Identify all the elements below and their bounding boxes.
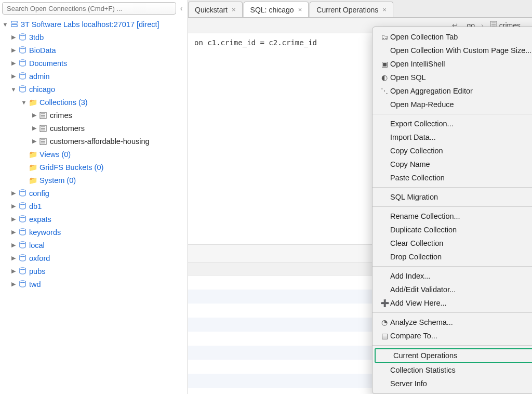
svg-point-2: [19, 34, 25, 36]
menu-drop-collection[interactable]: Drop Collection⌫: [373, 250, 532, 264]
menu-copy-name[interactable]: Copy Name⌥⌘C: [373, 157, 532, 171]
connection-root[interactable]: ▼ 3T Software Labs localhost:27017 [dire…: [0, 18, 188, 31]
database-icon: [18, 202, 27, 210]
menu-analyze-schema[interactable]: ◔Analyze Schema...: [373, 316, 532, 329]
menu-current-operations[interactable]: Current Operations: [375, 348, 532, 363]
chevron-right-icon[interactable]: ▶: [10, 47, 17, 54]
db-db1[interactable]: ▶db1: [0, 200, 188, 213]
menu-add-view-here[interactable]: ➕Add View Here...: [373, 296, 532, 310]
chevron-right-icon[interactable]: ▶: [10, 73, 17, 80]
tab-quickstart[interactable]: Quickstart×: [188, 2, 243, 17]
menu-label: Rename Collection...: [390, 212, 532, 220]
db-config[interactable]: ▶config: [0, 187, 188, 200]
db-keywords[interactable]: ▶keywords: [0, 226, 188, 239]
db-label: config: [29, 189, 49, 198]
menu-label: SQL Migration: [390, 193, 532, 201]
menu-rename-collection[interactable]: Rename Collection...: [373, 209, 532, 223]
menu-collection-statistics[interactable]: Collection Statistics: [373, 363, 532, 377]
chevron-right-icon[interactable]: ▶: [10, 190, 17, 196]
menu-export-collection[interactable]: Export Collection...: [373, 117, 532, 130]
db-label: db1: [29, 202, 42, 211]
collection-customers[interactable]: ▶customers: [0, 122, 188, 135]
chevron-right-icon[interactable]: ▶: [10, 242, 17, 248]
db-3tdb[interactable]: ▶3tdb: [0, 31, 188, 44]
folder-icon: 📁: [28, 150, 37, 159]
menu-duplicate-collection[interactable]: Duplicate Collection: [373, 223, 532, 237]
db-local[interactable]: ▶local: [0, 239, 188, 252]
menu-compare-to[interactable]: ▤Compare To...: [373, 329, 532, 343]
db-chicago[interactable]: ▼ chicago: [0, 83, 188, 96]
menu-icon: ◐: [379, 73, 390, 82]
svg-point-4: [19, 60, 25, 62]
db-Documents[interactable]: ▶Documents: [0, 57, 188, 70]
menu-open-collection-with-custom-page-size[interactable]: Open Collection With Custom Page Size...: [373, 44, 532, 57]
menu-open-aggregation-editor[interactable]: ⋱Open Aggregation EditorF4: [373, 84, 532, 98]
database-icon: [18, 267, 27, 275]
db-label: keywords: [29, 228, 61, 237]
menu-icon: ➕: [379, 299, 390, 307]
db-expats[interactable]: ▶expats: [0, 213, 188, 226]
menu-open-collection-tab[interactable]: 🗂Open Collection Tab↩: [373, 30, 532, 44]
chevron-down-icon[interactable]: ▼: [2, 21, 8, 28]
chevron-right-icon[interactable]: ▶: [10, 255, 17, 261]
menu-paste-collection[interactable]: Paste Collection⌘V: [373, 171, 532, 185]
tab-current-operations[interactable]: Current Operations×: [310, 2, 393, 17]
db-pubs[interactable]: ▶pubs: [0, 265, 188, 278]
collection-label: crimes: [50, 111, 72, 120]
database-icon: [18, 280, 27, 288]
collapse-sidebar-icon[interactable]: ‹: [178, 4, 184, 12]
close-icon[interactable]: ×: [382, 6, 387, 14]
db-admin[interactable]: ▶admin: [0, 70, 188, 83]
menu-import-data[interactable]: Import Data...: [373, 130, 532, 144]
chevron-down-icon[interactable]: ▼: [10, 86, 17, 93]
menu-copy-collection[interactable]: Copy Collection⌘C: [373, 144, 532, 157]
chevron-right-icon[interactable]: ▶: [10, 203, 17, 209]
chevron-right-icon[interactable]: ▶: [10, 216, 17, 222]
menu-server-info[interactable]: Server Info▶: [373, 377, 532, 390]
collection-icon: [38, 138, 48, 145]
db-oxford[interactable]: ▶oxford: [0, 252, 188, 265]
chevron-right-icon[interactable]: ▶: [31, 138, 37, 145]
chevron-right-icon[interactable]: ▶: [10, 34, 17, 41]
menu-open-sql[interactable]: ◐Open SQL⇧⌘L: [373, 71, 532, 84]
menu-open-map-reduce[interactable]: Open Map-Reduce⌘M: [373, 98, 532, 111]
collection-crimes[interactable]: ▶crimes: [0, 109, 188, 122]
system-folder[interactable]: 📁 System (0): [0, 174, 188, 187]
menu-separator: [373, 114, 532, 114]
menu-label: Open Aggregation Editor: [390, 87, 532, 95]
collection-customers-affordable-housing[interactable]: ▶customers-affordable-housing: [0, 135, 188, 148]
views-folder[interactable]: 📁 Views (0): [0, 148, 188, 161]
gridfs-folder[interactable]: 📁 GridFS Buckets (0): [0, 161, 188, 174]
menu-add-edit-validator[interactable]: Add/Edit Validator...: [373, 283, 532, 296]
chevron-right-icon[interactable]: ▶: [31, 125, 37, 132]
database-icon: [18, 72, 27, 80]
svg-point-3: [19, 47, 25, 49]
collection-icon: [38, 112, 48, 119]
svg-point-5: [19, 73, 25, 75]
tab-sql-chicago[interactable]: SQL: chicago×: [244, 2, 309, 17]
chevron-down-icon[interactable]: ▼: [21, 99, 27, 106]
close-icon[interactable]: ×: [298, 6, 302, 14]
search-input[interactable]: [2, 2, 176, 15]
menu-label: Duplicate Collection: [390, 226, 532, 234]
menu-label: Server Info: [390, 379, 532, 388]
close-icon[interactable]: ×: [232, 6, 236, 14]
collections-folder[interactable]: ▼ 📁 Collections (3): [0, 96, 188, 109]
db-BioData[interactable]: ▶BioData: [0, 44, 188, 57]
menu-separator: [373, 206, 532, 207]
chevron-right-icon[interactable]: ▶: [10, 268, 17, 274]
database-icon: [18, 33, 27, 41]
chevron-right-icon[interactable]: ▶: [10, 60, 17, 67]
menu-label: Collection Statistics: [390, 366, 532, 374]
database-icon: [18, 85, 27, 93]
menu-clear-collection[interactable]: Clear Collection^ ⌫: [373, 237, 532, 250]
chevron-right-icon[interactable]: ▶: [10, 229, 17, 235]
db-twd[interactable]: ▶twd: [0, 278, 188, 291]
chevron-right-icon[interactable]: ▶: [31, 112, 37, 119]
chevron-right-icon[interactable]: ▶: [10, 281, 17, 287]
menu-label: Clear Collection: [390, 239, 532, 247]
menu-add-index[interactable]: Add Index...: [373, 269, 532, 283]
menu-sql-migration[interactable]: SQL Migration▶: [373, 190, 532, 204]
menu-label: Add View Here...: [390, 299, 532, 307]
menu-open-intellishell[interactable]: ▣Open IntelliShell⌘L: [373, 57, 532, 71]
